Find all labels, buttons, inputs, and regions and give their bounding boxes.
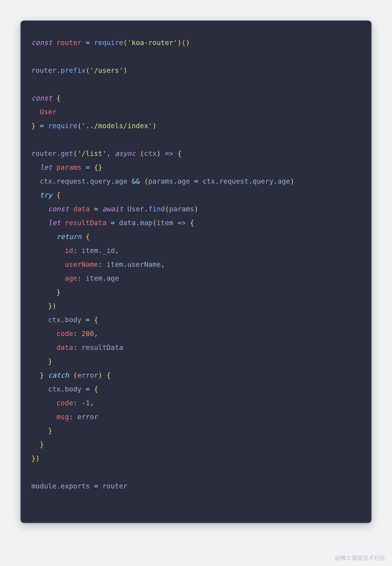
token-op: , bbox=[115, 246, 119, 255]
token-paren: } bbox=[48, 357, 52, 365]
token-op: = bbox=[111, 219, 115, 227]
token-str: /users bbox=[94, 66, 119, 74]
token-paren: { bbox=[190, 219, 194, 227]
token-prop: _id bbox=[102, 246, 115, 255]
token-prop: age bbox=[115, 177, 127, 185]
token-op: . bbox=[61, 316, 65, 324]
token-paren: { bbox=[56, 94, 61, 102]
token-paren: } bbox=[40, 441, 44, 449]
token-fn: prefix bbox=[61, 66, 86, 74]
token-plain bbox=[82, 39, 85, 47]
token-obj: router bbox=[102, 482, 127, 490]
token-num: 1 bbox=[85, 399, 90, 407]
token-plain bbox=[102, 371, 107, 379]
code-card: const router = require('koa-router')() r… bbox=[21, 21, 371, 523]
token-kw-decl: const bbox=[31, 94, 52, 102]
token-plain bbox=[36, 122, 40, 130]
token-op: , bbox=[94, 330, 98, 338]
token-obj: router bbox=[31, 149, 56, 158]
token-op: . bbox=[56, 482, 61, 490]
token-plain bbox=[82, 385, 85, 393]
token-plain bbox=[140, 177, 144, 185]
token-op: . bbox=[85, 177, 90, 185]
token-plain bbox=[61, 219, 65, 227]
token-op: . bbox=[111, 177, 115, 185]
token-plain bbox=[31, 205, 48, 213]
token-ident: age bbox=[65, 274, 77, 282]
token-paren: ( bbox=[73, 149, 77, 158]
token-plain bbox=[190, 177, 194, 185]
token-plain bbox=[31, 274, 65, 282]
token-obj: resultData bbox=[82, 344, 123, 352]
token-plain bbox=[69, 371, 73, 379]
token-paren: ) bbox=[290, 177, 294, 185]
token-obj: item bbox=[157, 219, 173, 227]
token-plain bbox=[31, 191, 40, 199]
token-op: ' bbox=[127, 39, 131, 47]
token-plain bbox=[127, 177, 131, 185]
token-plain bbox=[98, 205, 102, 213]
token-op: && bbox=[131, 177, 140, 185]
token-op: : bbox=[73, 344, 77, 352]
token-op: . bbox=[102, 274, 107, 282]
token-plain bbox=[31, 371, 40, 379]
token-ident: code bbox=[56, 399, 73, 407]
token-op: . bbox=[173, 177, 177, 185]
token-num: 200 bbox=[82, 330, 94, 338]
token-op: = bbox=[85, 316, 90, 324]
token-op: . bbox=[144, 205, 148, 213]
token-arrow: => bbox=[177, 219, 186, 227]
code-block: const router = require('koa-router')() r… bbox=[31, 36, 361, 493]
token-kw-flow: try bbox=[40, 191, 52, 199]
token-op: . bbox=[61, 385, 65, 393]
token-str: /list bbox=[82, 149, 102, 158]
token-plain bbox=[31, 399, 56, 407]
token-plain bbox=[52, 39, 56, 47]
token-plain bbox=[31, 219, 48, 227]
token-obj: item bbox=[107, 260, 123, 268]
token-plain bbox=[31, 427, 48, 435]
token-plain bbox=[69, 205, 73, 213]
token-fn: require bbox=[94, 39, 123, 47]
token-op: , bbox=[107, 149, 111, 158]
token-plain bbox=[90, 39, 94, 47]
token-kw-flow: catch bbox=[48, 371, 69, 379]
token-prop: body bbox=[65, 385, 82, 393]
token-op: = bbox=[194, 177, 198, 185]
token-op: = bbox=[85, 163, 90, 171]
token-op: ' bbox=[102, 149, 107, 158]
token-paren: ) bbox=[194, 205, 198, 213]
token-obj: params bbox=[169, 205, 194, 213]
token-ident: id bbox=[65, 246, 73, 255]
token-op: ' bbox=[90, 66, 94, 74]
token-op: ' bbox=[119, 66, 123, 74]
token-op: , bbox=[90, 399, 94, 407]
token-plain bbox=[90, 163, 94, 171]
token-plain bbox=[52, 191, 56, 199]
token-plain bbox=[31, 344, 56, 352]
token-plain bbox=[161, 149, 165, 158]
token-plain bbox=[111, 149, 115, 158]
token-ident: data bbox=[73, 205, 90, 213]
token-op: : bbox=[73, 246, 77, 255]
token-kw-await: await bbox=[102, 205, 123, 213]
token-plain bbox=[73, 413, 77, 421]
token-paren: ( bbox=[140, 149, 144, 158]
token-op: = bbox=[40, 122, 44, 130]
token-kw-async: async bbox=[115, 149, 136, 158]
token-op: : bbox=[69, 413, 73, 421]
token-paren: ( bbox=[77, 122, 82, 130]
token-paren: ) bbox=[157, 149, 161, 158]
token-obj: router bbox=[31, 66, 56, 74]
token-paren: ) bbox=[153, 122, 157, 130]
token-prop: exports bbox=[61, 482, 90, 490]
token-kw-decl: const bbox=[31, 39, 52, 47]
token-ident: User bbox=[40, 108, 56, 116]
token-paren: }) bbox=[31, 454, 40, 463]
token-arrow: => bbox=[165, 149, 173, 158]
token-op: ' bbox=[173, 39, 177, 47]
token-plain bbox=[52, 94, 56, 102]
token-op: = bbox=[85, 385, 90, 393]
token-op: = bbox=[85, 39, 90, 47]
token-plain bbox=[31, 163, 40, 171]
